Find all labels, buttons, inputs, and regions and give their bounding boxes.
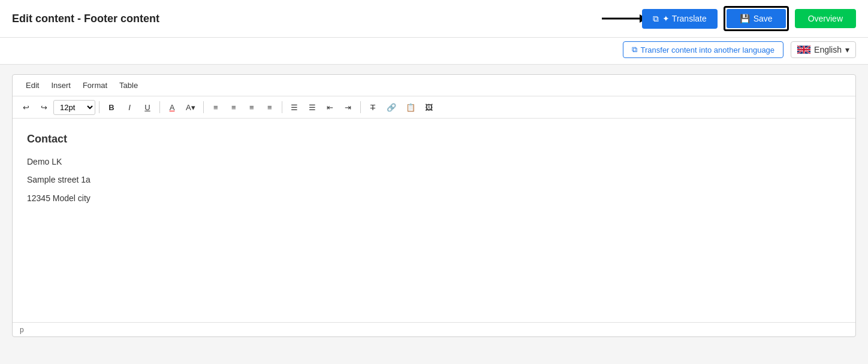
clear-format-button[interactable]: T̶ bbox=[364, 99, 381, 116]
redo-button[interactable]: ↪ bbox=[35, 99, 52, 116]
menu-format[interactable]: Format bbox=[77, 78, 113, 92]
top-bar: Edit content - Footer content ⧉ ✦ Transl… bbox=[0, 0, 868, 38]
toolbar-separator-1 bbox=[99, 101, 100, 113]
save-button-wrapper: 💾 Save bbox=[724, 6, 789, 31]
menu-edit[interactable]: Edit bbox=[20, 78, 45, 92]
menu-bar: Edit Insert Format Table bbox=[13, 75, 855, 96]
editor-content[interactable]: Contact Demo LK Sample street 1a 12345 M… bbox=[13, 119, 855, 322]
justify-button[interactable]: ≡ bbox=[261, 99, 278, 116]
save-label: Save bbox=[754, 14, 773, 23]
content-line1: Demo LK bbox=[27, 155, 841, 168]
underline-button[interactable]: U bbox=[139, 99, 156, 116]
content-heading: Contact bbox=[27, 131, 841, 148]
undo-button[interactable]: ↩ bbox=[17, 99, 34, 116]
menu-table[interactable]: Table bbox=[113, 78, 144, 92]
image-button[interactable]: 🖼 bbox=[421, 99, 438, 116]
bold-button[interactable]: B bbox=[103, 99, 120, 116]
sub-bar: ⧉ Transfer content into another language… bbox=[0, 38, 868, 65]
translate-icon: ⧉ bbox=[653, 14, 659, 24]
chevron-down-icon: ▾ bbox=[845, 45, 849, 54]
align-right-button[interactable]: ≡ bbox=[243, 99, 260, 116]
transfer-content-button[interactable]: ⧉ Transfer content into another language bbox=[623, 41, 784, 58]
language-selector[interactable]: English ▾ bbox=[791, 41, 856, 58]
content-line3: 12345 Model city bbox=[27, 192, 841, 205]
highlight-icon: A▾ bbox=[186, 103, 195, 112]
toolbar-separator-5 bbox=[360, 101, 361, 113]
translate-button[interactable]: ⧉ ✦ Translate bbox=[642, 9, 717, 29]
content-line2: Sample street 1a bbox=[27, 173, 841, 186]
outdent-button[interactable]: ⇤ bbox=[322, 99, 339, 116]
text-color-button[interactable]: A bbox=[164, 99, 180, 116]
toolbar-separator-2 bbox=[159, 101, 160, 113]
translate-label: ✦ Translate bbox=[662, 14, 706, 23]
overview-button[interactable]: Overview bbox=[795, 9, 856, 28]
italic-button[interactable]: I bbox=[121, 99, 138, 116]
font-size-select[interactable]: 12pt 10pt 14pt 16pt 18pt bbox=[53, 100, 95, 115]
language-label: English bbox=[814, 45, 842, 54]
toolbar-separator-4 bbox=[282, 101, 282, 113]
editor-wrapper: Edit Insert Format Table ↩ ↪ 12pt 10pt 1… bbox=[12, 74, 856, 337]
page-title: Edit content - Footer content bbox=[12, 13, 159, 25]
toolbar: ↩ ↪ 12pt 10pt 14pt 16pt 18pt B I U A A▾ … bbox=[13, 96, 855, 119]
save-icon: 💾 bbox=[740, 14, 750, 23]
indent-button[interactable]: ⇥ bbox=[340, 99, 357, 116]
link-button[interactable]: 🔗 bbox=[382, 99, 400, 116]
highlight-button[interactable]: A▾ bbox=[182, 99, 200, 116]
annotation-container: ⧉ ✦ Translate bbox=[599, 9, 717, 29]
save-button[interactable]: 💾 Save bbox=[727, 9, 786, 28]
status-tag: p bbox=[20, 326, 24, 334]
annotation-arrow bbox=[599, 10, 647, 28]
transfer-icon: ⧉ bbox=[632, 45, 637, 54]
menu-insert[interactable]: Insert bbox=[45, 78, 77, 92]
overview-label: Overview bbox=[808, 14, 843, 23]
top-bar-right: ⧉ ✦ Translate 💾 Save Overview bbox=[599, 6, 856, 31]
align-center-button[interactable]: ≡ bbox=[225, 99, 242, 116]
bullet-list-button[interactable]: ☰ bbox=[286, 99, 303, 116]
transfer-label: Transfer content into another language bbox=[641, 46, 775, 54]
status-bar: p bbox=[13, 322, 855, 336]
uk-flag-icon bbox=[797, 46, 810, 54]
toolbar-separator-3 bbox=[203, 101, 204, 113]
align-left-button[interactable]: ≡ bbox=[207, 99, 224, 116]
copy-paste-button[interactable]: 📋 bbox=[402, 99, 420, 116]
numbered-list-button[interactable]: ☰ bbox=[304, 99, 321, 116]
